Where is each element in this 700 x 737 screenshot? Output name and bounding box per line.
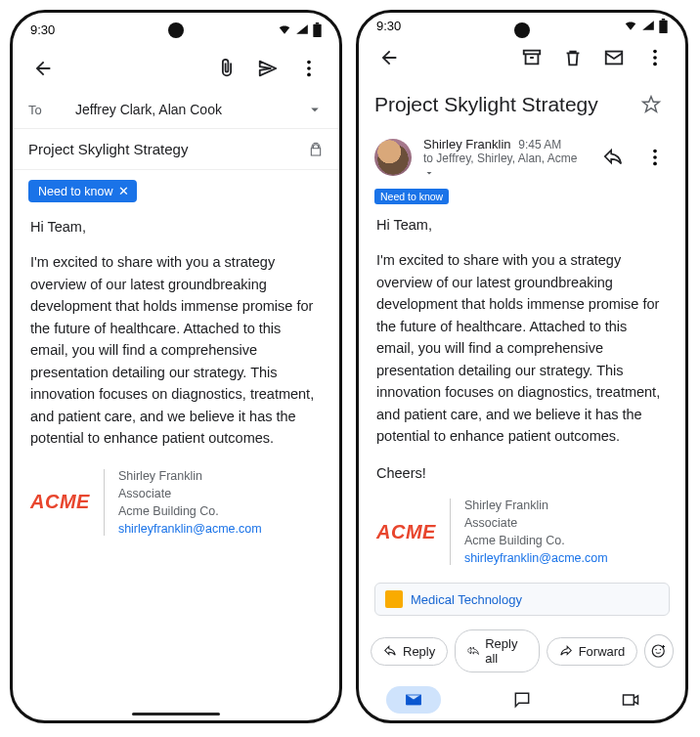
- forward-icon: [559, 644, 573, 658]
- sig-email[interactable]: shirleyfranklin@acme.com: [464, 551, 608, 565]
- close-icon[interactable]: ✕: [118, 184, 129, 198]
- status-bar: 9:30: [359, 13, 685, 39]
- mail-filled-icon: [404, 690, 423, 710]
- battery-icon: [313, 22, 322, 37]
- reader-body: Hi Team, I'm excited to share with you a…: [359, 204, 685, 489]
- camera-punchhole: [514, 22, 530, 38]
- subject-header: Project Skylight Strategy: [359, 76, 685, 129]
- recipients-line[interactable]: to Jeffrey, Shirley, Alan, Acme: [423, 152, 586, 179]
- wifi-icon: [278, 22, 291, 36]
- overflow-icon[interactable]: [640, 143, 670, 172]
- svg-point-14: [653, 162, 657, 166]
- sender-name: Shirley Franklin: [423, 137, 511, 152]
- to-recipients: Jeffrey Clark, Alan Cook: [75, 102, 288, 117]
- camera-punchhole: [168, 22, 184, 38]
- phone-compose: 9:30 To Jeffrey Clark, Alan Cook Project…: [10, 10, 342, 723]
- battery-icon: [659, 19, 668, 33]
- reply-all-icon: [467, 644, 479, 658]
- svg-point-16: [655, 649, 657, 651]
- attachment-card[interactable]: Medical Technology: [374, 583, 670, 616]
- subject-text: Project Skylight Strategy: [374, 93, 633, 116]
- wifi-icon: [624, 19, 637, 32]
- sig-role: Associate: [118, 485, 262, 502]
- svg-point-17: [660, 649, 662, 651]
- sig-name: Shirley Franklin: [464, 497, 608, 514]
- attach-icon[interactable]: [208, 50, 245, 87]
- smile-plus-icon: [650, 642, 668, 660]
- status-time: 9:30: [376, 19, 401, 33]
- sig-email[interactable]: shirleyfranklin@acme.com: [118, 522, 262, 536]
- signature-block: ACME Shirley Franklin Associate Acme Bui…: [359, 489, 685, 576]
- sig-company: Acme Building Co.: [464, 532, 608, 549]
- avatar[interactable]: [374, 139, 412, 176]
- compose-body[interactable]: Hi Team, I'm excited to share with you a…: [13, 202, 339, 454]
- chat-icon: [512, 690, 532, 710]
- svg-point-2: [307, 61, 311, 65]
- svg-point-11: [653, 62, 657, 65]
- body-paragraph: I'm excited to share with you a strategy…: [30, 251, 322, 449]
- mail-icon[interactable]: [595, 39, 633, 76]
- label-chip[interactable]: Need to know ✕: [28, 180, 137, 202]
- acme-logo: ACME: [30, 491, 90, 513]
- svg-point-13: [653, 155, 657, 159]
- svg-point-3: [307, 66, 311, 70]
- sig-name: Shirley Franklin: [118, 467, 262, 485]
- acme-logo: ACME: [376, 521, 436, 543]
- forward-button[interactable]: Forward: [547, 637, 638, 666]
- overflow-icon[interactable]: [290, 50, 328, 87]
- signature-block: ACME Shirley Franklin Associate Acme Bui…: [13, 459, 339, 546]
- status-bar: 9:30: [13, 13, 339, 46]
- compose-toolbar: [13, 46, 339, 91]
- label-chip[interactable]: Need to know: [374, 189, 449, 204]
- star-icon[interactable]: [633, 86, 670, 123]
- svg-rect-1: [316, 22, 319, 24]
- label-text: Need to know: [38, 185, 112, 198]
- video-icon: [621, 690, 640, 710]
- chevron-down-icon: [423, 167, 435, 179]
- trash-icon[interactable]: [554, 39, 591, 76]
- archive-icon[interactable]: [513, 39, 550, 76]
- emoji-reaction-button[interactable]: [644, 634, 674, 668]
- chevron-down-icon[interactable]: [306, 101, 324, 118]
- status-icons: [624, 19, 668, 33]
- greeting: Hi Team,: [376, 214, 668, 236]
- signal-icon: [295, 22, 309, 36]
- subject-field[interactable]: Project Skylight Strategy: [13, 129, 339, 170]
- lock-icon: [308, 142, 324, 157]
- reply-all-button[interactable]: Reply all: [455, 629, 539, 672]
- to-label: To: [28, 103, 58, 117]
- svg-point-4: [307, 73, 311, 77]
- body-paragraph: I'm excited to share with you a strategy…: [376, 249, 668, 447]
- svg-rect-5: [659, 21, 667, 33]
- reply-button[interactable]: Reply: [371, 637, 448, 666]
- svg-rect-0: [313, 23, 321, 36]
- nav-chat[interactable]: [495, 686, 549, 714]
- overflow-icon[interactable]: [636, 39, 674, 76]
- nav-meet[interactable]: [603, 686, 658, 714]
- sig-company: Acme Building Co.: [118, 502, 262, 520]
- greeting: Hi Team,: [30, 216, 322, 238]
- svg-rect-7: [524, 50, 541, 54]
- to-field[interactable]: To Jeffrey Clark, Alan Cook: [13, 91, 339, 129]
- svg-point-9: [653, 50, 657, 54]
- home-indicator: [132, 713, 220, 715]
- bottom-nav: [359, 678, 685, 720]
- sig-role: Associate: [464, 514, 608, 532]
- back-icon[interactable]: [371, 39, 408, 76]
- slides-file-icon: [385, 590, 403, 608]
- status-time: 9:30: [30, 22, 55, 37]
- reader-toolbar: [359, 39, 685, 76]
- send-icon[interactable]: [249, 50, 286, 87]
- signoff: Cheers!: [376, 462, 668, 484]
- phone-reader: 9:30 Project Skylight Strategy: [356, 10, 688, 723]
- sender-row: Shirley Franklin 9:45 AM to Jeffrey, Shi…: [359, 129, 685, 183]
- attachment-name: Medical Technology: [411, 592, 522, 607]
- status-icons: [278, 22, 322, 37]
- reply-icon[interactable]: [597, 142, 629, 173]
- sender-time: 9:45 AM: [518, 138, 561, 152]
- reply-icon: [383, 644, 397, 658]
- nav-mail[interactable]: [386, 686, 441, 714]
- svg-point-12: [653, 150, 657, 153]
- back-icon[interactable]: [24, 50, 62, 87]
- svg-point-10: [653, 56, 657, 60]
